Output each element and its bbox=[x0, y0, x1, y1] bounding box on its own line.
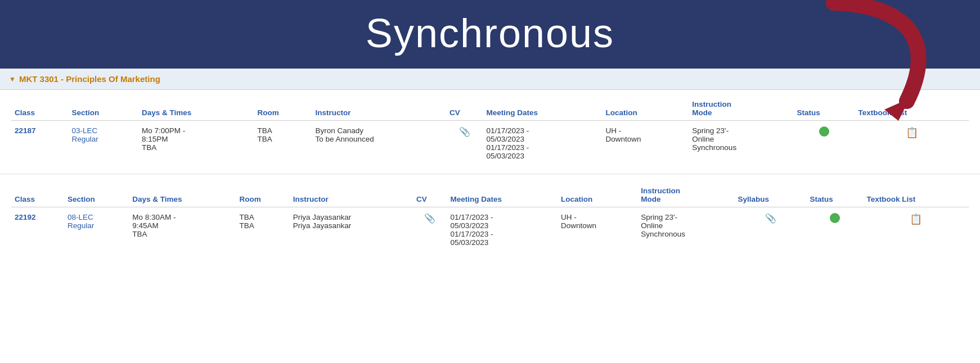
arrow-icon bbox=[800, 0, 946, 124]
textbook-list-icon-2[interactable]: 📋 bbox=[910, 214, 922, 225]
table-row: 22192 08-LEC Regular Mo 8:30AM -9:45AMTB… bbox=[11, 207, 969, 253]
cell-class-num: 22187 bbox=[11, 121, 69, 166]
col-textbook-2: Textbook List bbox=[864, 182, 969, 207]
header-banner: Synchronous bbox=[0, 0, 980, 69]
collapse-icon[interactable]: ▼ bbox=[9, 75, 16, 83]
col-meeting-dates-2: Meeting Dates bbox=[447, 182, 558, 207]
cell-instruction-mode-2: Spring 23'-OnlineSynchronous bbox=[637, 207, 734, 253]
col-instruction-mode-1: InstructionMode bbox=[689, 96, 793, 121]
table-section-2: Class Section Days & Times Room Instruct… bbox=[0, 176, 980, 258]
col-location-2: Location bbox=[558, 182, 637, 207]
cell-class-num-2: 22192 bbox=[11, 207, 64, 253]
status-open-indicator-2 bbox=[830, 213, 840, 223]
col-meeting-dates-1: Meeting Dates bbox=[483, 96, 602, 121]
cell-meeting-dates-2: 01/17/2023 -05/03/202301/17/2023 -05/03/… bbox=[447, 207, 558, 253]
cell-days-times-2: Mo 8:30AM -9:45AMTBA bbox=[129, 207, 236, 253]
cell-section: 03-LEC Regular bbox=[69, 121, 139, 166]
status-open-indicator bbox=[819, 126, 829, 137]
cell-textbook-2: 📋 bbox=[864, 207, 969, 253]
section-divider bbox=[0, 174, 980, 174]
syllabus-icon[interactable]: 📎 bbox=[765, 214, 776, 223]
section-regular-link[interactable]: Regular bbox=[72, 135, 136, 143]
cell-location: UH -Downtown bbox=[603, 121, 689, 166]
table-header-row-2: Class Section Days & Times Room Instruct… bbox=[11, 182, 969, 207]
cell-days-times: Mo 7:00PM -8:15PMTBA bbox=[138, 121, 254, 166]
col-instructor-2: Instructor bbox=[290, 182, 413, 207]
cell-section-2: 08-LEC Regular bbox=[64, 207, 129, 253]
col-section-1: Section bbox=[69, 96, 139, 121]
col-room-2: Room bbox=[236, 182, 289, 207]
col-syllabus-2: Syllabus bbox=[734, 182, 806, 207]
class-table-2: Class Section Days & Times Room Instruct… bbox=[11, 182, 969, 252]
table-row: 22187 03-LEC Regular Mo 7:00PM -8:15PMTB… bbox=[11, 121, 969, 166]
col-room-1: Room bbox=[254, 96, 312, 121]
cell-status-2 bbox=[807, 207, 864, 253]
cv-attachment-icon-2[interactable]: 📎 bbox=[424, 214, 435, 223]
col-instructor-1: Instructor bbox=[312, 96, 446, 121]
class-number-link[interactable]: 22187 bbox=[15, 126, 36, 135]
cv-attachment-icon[interactable]: 📎 bbox=[459, 127, 470, 137]
col-class-2: Class bbox=[11, 182, 64, 207]
cell-cv: 📎 bbox=[446, 121, 483, 166]
col-days-times-2: Days & Times bbox=[129, 182, 236, 207]
cell-location-2: UH -Downtown bbox=[558, 207, 637, 253]
class-number-link-2[interactable]: 22192 bbox=[15, 213, 36, 221]
col-instruction-mode-2: InstructionMode bbox=[637, 182, 734, 207]
textbook-list-icon[interactable]: 📋 bbox=[906, 127, 918, 138]
col-status-2: Status bbox=[807, 182, 864, 207]
col-cv-2: CV bbox=[413, 182, 447, 207]
cell-meeting-dates: 01/17/2023 -05/03/202301/17/2023 -05/03/… bbox=[483, 121, 602, 166]
col-days-times-1: Days & Times bbox=[138, 96, 254, 121]
cell-textbook: 📋 bbox=[855, 121, 969, 166]
section-type-link-2[interactable]: 08-LEC bbox=[68, 213, 125, 221]
cell-instructor: Byron CanadyTo be Announced bbox=[312, 121, 446, 166]
cell-instructor-2: Priya JayasankarPriya Jayasankar bbox=[290, 207, 413, 253]
col-location-1: Location bbox=[603, 96, 689, 121]
cell-room: TBATBA bbox=[254, 121, 312, 166]
cell-cv-2: 📎 bbox=[413, 207, 447, 253]
section-type-link[interactable]: 03-LEC bbox=[72, 126, 136, 135]
col-cv-1: CV bbox=[446, 96, 483, 121]
cell-syllabus-2: 📎 bbox=[734, 207, 806, 253]
cell-room-2: TBATBA bbox=[236, 207, 289, 253]
cell-instruction-mode: Spring 23'-OnlineSynchronous bbox=[689, 121, 793, 166]
svg-marker-0 bbox=[884, 98, 910, 121]
course-title: MKT 3301 - Principles Of Marketing bbox=[19, 74, 160, 84]
col-class-1: Class bbox=[11, 96, 69, 121]
col-section-2: Section bbox=[64, 182, 129, 207]
section-regular-link-2[interactable]: Regular bbox=[68, 221, 125, 230]
cell-status bbox=[793, 121, 855, 166]
